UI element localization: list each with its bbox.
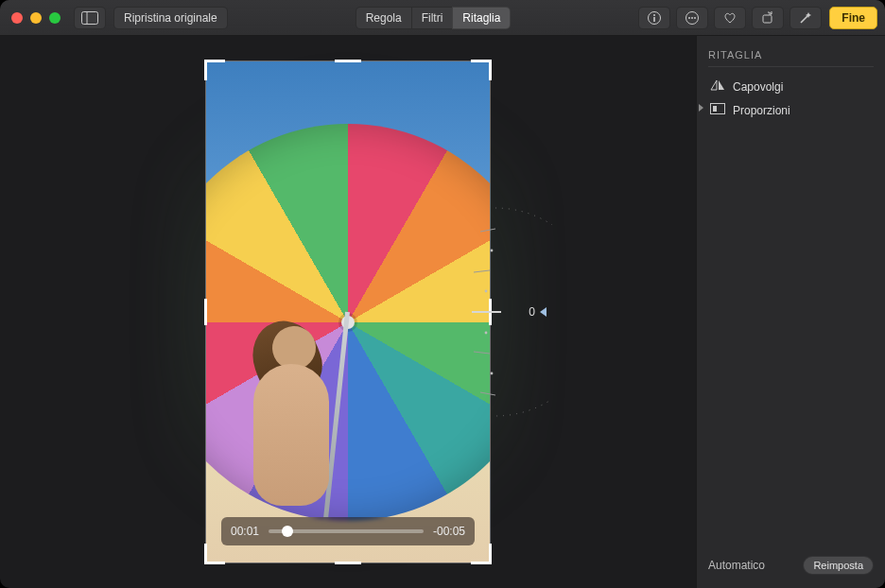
crop-sidebar: RITAGLIA Capovolgi Proporzioni Automatic…: [696, 36, 885, 588]
dial-pointer-icon: [540, 307, 547, 317]
dial-value: 0: [529, 305, 547, 319]
svg-line-13: [474, 352, 490, 354]
dial-value-text: 0: [529, 305, 535, 319]
crop-handle-top[interactable]: [335, 60, 361, 62]
crop-handle-top-left[interactable]: [204, 60, 225, 80]
more-button[interactable]: [676, 7, 708, 29]
svg-rect-9: [763, 15, 772, 23]
svg-point-6: [688, 17, 690, 19]
aspect-ratio-button[interactable]: Proporzioni: [708, 98, 874, 122]
svg-line-11: [474, 270, 490, 272]
svg-rect-20: [713, 106, 717, 112]
svg-point-18: [491, 372, 494, 375]
auto-crop-button[interactable]: Automatico: [708, 559, 765, 572]
video-trim-bar[interactable]: 00:01 -00:05: [221, 517, 475, 545]
trim-elapsed-label: 00:01: [231, 525, 259, 538]
svg-point-17: [485, 332, 488, 335]
rotate-button[interactable]: [752, 7, 784, 29]
editing-canvas: 00:01 -00:05: [0, 36, 696, 588]
auto-enhance-button[interactable]: [790, 7, 822, 29]
aspect-label: Proporzioni: [733, 104, 790, 117]
crop-handle-left[interactable]: [204, 299, 207, 325]
done-button[interactable]: Fine: [829, 7, 877, 29]
svg-rect-4: [654, 17, 656, 22]
flip-button[interactable]: Capovolgi: [708, 75, 874, 98]
svg-point-3: [653, 14, 655, 16]
trim-remaining-label: -00:05: [433, 525, 465, 538]
window-controls: [11, 12, 61, 24]
flip-label: Capovolgi: [733, 80, 783, 94]
chevron-right-icon: [699, 104, 703, 112]
crop-handle-bottom[interactable]: [335, 562, 361, 564]
svg-point-8: [694, 17, 696, 19]
minimize-window-button[interactable]: [30, 12, 42, 24]
crop-handle-bottom-left[interactable]: [204, 544, 225, 564]
sidebar-title: RITAGLIA: [708, 45, 874, 67]
straighten-dial[interactable]: 0: [439, 199, 552, 425]
crop-canvas[interactable]: 00:01 -00:05: [206, 61, 490, 562]
trim-playhead[interactable]: [282, 526, 293, 537]
zoom-window-button[interactable]: [49, 12, 61, 24]
sidebar-toggle-button[interactable]: [74, 7, 106, 29]
svg-point-7: [691, 17, 693, 19]
svg-line-14: [480, 392, 495, 395]
crop-handle-bottom-right[interactable]: [471, 544, 492, 564]
person-graphic: [234, 326, 348, 534]
flip-icon: [710, 79, 725, 94]
trim-track[interactable]: [269, 529, 424, 533]
photos-edit-window: Ripristina originale Regola Filtri Ritag…: [0, 0, 885, 588]
favorite-button[interactable]: [714, 7, 746, 29]
aspect-icon: [710, 103, 725, 117]
info-button[interactable]: [638, 7, 670, 29]
svg-point-15: [491, 250, 494, 252]
crop-handle-top-right[interactable]: [471, 60, 492, 80]
toolbar-actions: [638, 7, 822, 29]
svg-point-16: [485, 290, 488, 293]
close-window-button[interactable]: [11, 12, 23, 24]
svg-rect-0: [82, 11, 98, 24]
reset-crop-button[interactable]: Reimposta: [803, 556, 874, 575]
sidebar-footer: Automatico Reimposta: [708, 548, 874, 579]
svg-rect-19: [711, 104, 725, 114]
svg-line-10: [480, 229, 495, 232]
